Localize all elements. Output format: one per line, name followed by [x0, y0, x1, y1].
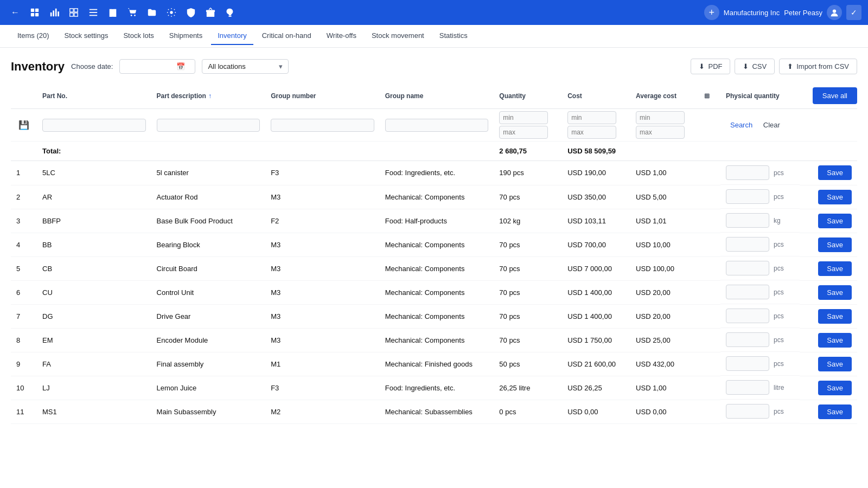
phys-qty-input[interactable] [726, 285, 769, 299]
add-button[interactable]: + [704, 5, 719, 20]
row-cost: USD 0,00 [562, 400, 630, 423]
nav-statistics[interactable]: Statistics [433, 27, 474, 45]
svg-rect-2 [31, 13, 34, 16]
list-icon[interactable] [85, 4, 102, 21]
save-button[interactable]: Save [818, 309, 852, 324]
chart-icon[interactable] [46, 4, 63, 21]
row-part-desc: Base Bulk Food Product [151, 209, 266, 233]
back-icon[interactable]: ← [7, 4, 24, 21]
table-row: 4 BB Bearing Block M3 Mechanical: Compon… [11, 233, 857, 256]
avatar[interactable] [827, 5, 842, 20]
nav-stock-settings[interactable]: Stock settings [58, 27, 115, 45]
row-group-num: M3 [265, 304, 380, 328]
nav-write-offs[interactable]: Write-offs [320, 27, 363, 45]
save-button[interactable]: Save [818, 381, 852, 395]
save-button[interactable]: Save [818, 357, 852, 371]
row-qty: 102 kg [494, 209, 562, 233]
filter-qty-min[interactable] [499, 111, 548, 124]
th-phys-qty: Physical quantity [720, 83, 800, 109]
nav-shipments[interactable]: Shipments [163, 27, 209, 45]
row-save: Save [800, 400, 857, 423]
pdf-button[interactable]: ⬇ PDF [691, 59, 730, 74]
phys-qty-input[interactable] [726, 189, 769, 204]
location-select[interactable]: All locations ▾ [202, 59, 289, 74]
folder-icon[interactable] [143, 4, 161, 21]
filter-part-no[interactable] [42, 119, 146, 132]
save-all-button[interactable]: Save all [813, 87, 857, 104]
row-avg-cost: USD 0,00 [630, 400, 699, 423]
row-avg-cost: USD 20,00 [630, 304, 699, 328]
save-button[interactable]: Save [818, 214, 852, 228]
filter-cost-min[interactable] [567, 111, 616, 124]
th-num [11, 83, 37, 109]
phys-qty-input[interactable] [726, 356, 769, 371]
filter-group-name[interactable] [385, 119, 489, 132]
bulb-icon[interactable] [221, 4, 239, 21]
svg-rect-6 [55, 9, 57, 16]
check-icon[interactable]: ✓ [846, 5, 861, 20]
phys-qty-input[interactable] [726, 380, 769, 395]
filter-cost-max[interactable] [567, 126, 616, 139]
th-part-desc[interactable]: Part description ↑ [151, 83, 266, 109]
page-title: Inventory [11, 60, 65, 74]
row-part-desc: Final assembly [151, 352, 266, 376]
row-save: Save [800, 280, 857, 304]
phys-qty-input[interactable] [726, 237, 769, 252]
th-part-no: Part No. [37, 83, 151, 109]
nav-stock-movement[interactable]: Stock movement [365, 27, 431, 45]
filter-qty-max[interactable] [499, 126, 548, 139]
gift-icon[interactable] [202, 4, 219, 21]
unit-label: pcs [774, 312, 784, 320]
dashboard-icon[interactable] [26, 4, 43, 21]
unit-label: pcs [774, 193, 784, 201]
company-name: Manufacturing Inc [724, 9, 780, 17]
nav-stock-lots[interactable]: Stock lots [117, 27, 160, 45]
row-num: 7 [11, 304, 37, 328]
search-button[interactable]: Search [726, 119, 757, 131]
filter-avg-max[interactable] [636, 126, 685, 139]
inventory-table: Part No. Part description ↑ Group number… [11, 83, 857, 424]
save-button[interactable]: Save [818, 285, 852, 300]
import-csv-button[interactable]: ⬆ Import from CSV [779, 59, 857, 74]
save-button[interactable]: Save [818, 190, 852, 204]
csv-button[interactable]: ⬇ CSV [735, 59, 775, 74]
row-phys-qty: pcs [720, 233, 800, 256]
row-phys-qty: pcs [720, 161, 800, 185]
th-cost: Cost [562, 83, 630, 109]
book-icon[interactable] [104, 4, 122, 21]
row-empty [699, 185, 720, 209]
cart-icon[interactable] [124, 4, 141, 21]
save-button[interactable]: Save [818, 261, 852, 276]
th-avg-cost: Average cost [630, 83, 699, 109]
grid-icon[interactable] [65, 4, 82, 21]
phys-qty-input[interactable] [726, 404, 769, 419]
columns-icon[interactable]: ⊞ [704, 92, 710, 100]
shield-icon[interactable] [182, 4, 200, 21]
save-button[interactable]: Save [818, 237, 852, 252]
phys-qty-input[interactable] [726, 309, 769, 323]
phys-qty-input[interactable] [726, 261, 769, 275]
date-input[interactable]: 📅 [119, 59, 195, 74]
save-button[interactable]: Save [818, 333, 852, 348]
filter-cost-cell [562, 109, 630, 142]
clear-button[interactable]: Clear [759, 119, 784, 131]
filter-group-number[interactable] [271, 119, 374, 132]
phys-qty-input[interactable] [726, 165, 769, 180]
save-button[interactable]: Save [818, 165, 852, 180]
nav-items[interactable]: Items (20) [11, 27, 56, 45]
nav-inventory[interactable]: Inventory [211, 27, 253, 45]
svg-rect-8 [70, 9, 73, 12]
gear-icon[interactable] [163, 4, 180, 21]
row-cost: USD 21 600,00 [562, 352, 630, 376]
save-button[interactable]: Save [818, 404, 852, 419]
filter-part-desc[interactable] [157, 119, 260, 132]
nav-critical-on-hand[interactable]: Critical on-hand [256, 27, 318, 45]
phys-qty-input[interactable] [726, 213, 769, 228]
disk-icon[interactable]: 💾 [16, 118, 31, 133]
filter-avg-min[interactable] [636, 111, 685, 124]
th-grid-icon: ⊞ [699, 83, 720, 109]
unit-label: kg [774, 217, 781, 224]
row-num: 5 [11, 256, 37, 280]
total-cost: USD 58 509,59 [562, 142, 699, 161]
phys-qty-input[interactable] [726, 332, 769, 347]
